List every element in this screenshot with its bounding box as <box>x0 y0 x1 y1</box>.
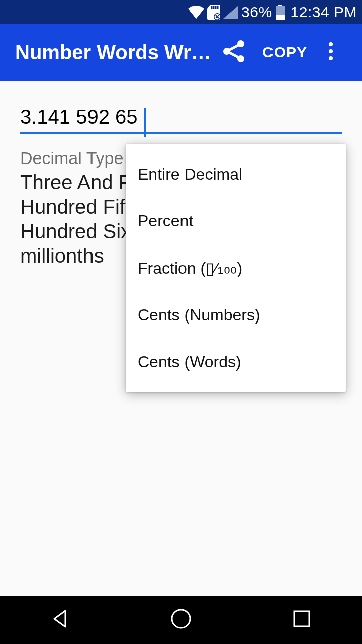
svg-rect-3 <box>217 6 219 9</box>
share-icon <box>223 40 245 65</box>
share-button[interactable] <box>216 35 251 70</box>
navigation-bar <box>0 596 362 644</box>
svg-rect-18 <box>294 611 309 626</box>
svg-line-13 <box>229 52 238 57</box>
status-time: 12:34 PM <box>291 4 357 21</box>
recent-icon <box>293 610 311 630</box>
text-caret <box>144 108 146 137</box>
wifi-icon <box>188 6 204 19</box>
svg-rect-8 <box>276 15 285 20</box>
svg-point-15 <box>329 49 333 53</box>
number-input[interactable] <box>20 104 342 134</box>
dropdown-item-cents-words[interactable]: Cents (Words) <box>126 339 346 385</box>
back-icon <box>50 609 70 631</box>
sd-card-icon <box>207 5 220 20</box>
more-vert-icon <box>328 42 333 63</box>
dropdown-item-cents-numbers[interactable]: Cents (Numbers) <box>126 292 346 339</box>
battery-percent: 36% <box>241 4 273 21</box>
svg-rect-2 <box>215 6 217 9</box>
status-bar: 36% 12:34 PM <box>0 0 362 24</box>
app-title: Number Words Wr… <box>15 41 216 64</box>
nav-home-button[interactable] <box>151 602 211 637</box>
nav-recent-button[interactable] <box>272 602 332 637</box>
dropdown-item-fraction[interactable]: Fraction (▯⁄₁₀₀) <box>126 245 346 292</box>
home-icon <box>170 608 192 631</box>
decimal-type-dropdown: Entire Decimal Percent Fraction (▯⁄₁₀₀) … <box>126 144 346 392</box>
status-icons: 36% 12:34 PM <box>188 4 357 21</box>
battery-icon <box>276 5 285 20</box>
svg-point-16 <box>329 56 333 60</box>
dropdown-item-percent[interactable]: Percent <box>126 198 346 245</box>
overflow-menu-button[interactable] <box>318 35 343 70</box>
cell-signal-icon <box>223 6 238 19</box>
svg-rect-6 <box>278 5 282 6</box>
svg-point-17 <box>172 610 190 628</box>
svg-line-12 <box>229 45 238 50</box>
dropdown-item-entire-decimal[interactable]: Entire Decimal <box>126 151 346 198</box>
app-bar: Number Words Wr… COPY <box>0 24 362 80</box>
copy-button[interactable]: COPY <box>251 44 318 61</box>
nav-back-button[interactable] <box>30 602 90 637</box>
svg-rect-0 <box>211 6 213 9</box>
svg-point-14 <box>329 42 333 46</box>
svg-rect-1 <box>213 6 215 9</box>
